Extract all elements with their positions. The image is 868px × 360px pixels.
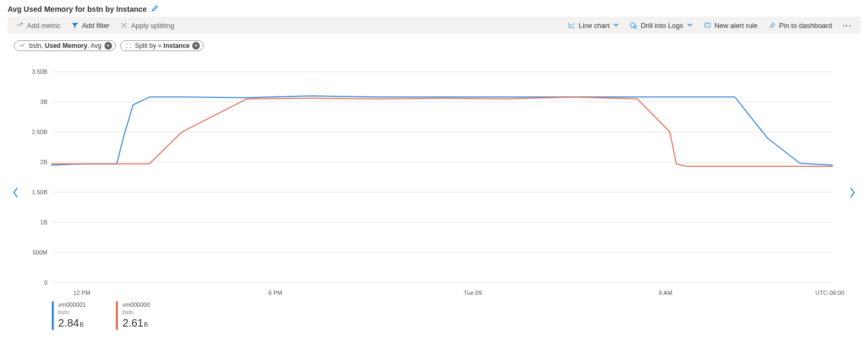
legend-item[interactable]: vm000001bstn2.84B (52, 301, 86, 330)
next-button[interactable] (844, 187, 860, 199)
y-tick-label: 3.50B (32, 68, 47, 75)
legend-value: 2.84B (58, 316, 86, 330)
prev-button[interactable] (8, 187, 24, 199)
more-icon: ··· (843, 22, 852, 30)
y-tick-label: 500M (32, 249, 47, 256)
add-filter-label: Add filter (82, 22, 109, 30)
split-icon (120, 22, 128, 29)
chevron-down-icon (613, 22, 619, 30)
y-tick-label: 2.50B (32, 129, 47, 135)
new-alert-label: New alert rule (715, 22, 758, 30)
chip-text-bold: Used Memory (45, 42, 87, 50)
pin-icon (768, 22, 776, 29)
filter-chips: bstn, Used Memory, Avg ✕ Split by = Inst… (14, 40, 860, 51)
legend-color-bar (52, 301, 54, 330)
chart-header: Avg Used Memory for bstn by Instance (8, 4, 860, 13)
svg-point-0 (122, 23, 123, 24)
y-tick-label: 1.50B (32, 189, 47, 195)
line-chart-icon (568, 22, 576, 29)
chart-area: 0500M1B1.50B2B2.50B3B3.50B UTC-08:00 12 … (24, 55, 844, 330)
svg-point-1 (125, 23, 127, 24)
svg-point-8 (130, 44, 131, 45)
svg-point-7 (126, 44, 127, 45)
x-tick-label: Tue 09 (464, 290, 482, 296)
split-icon (125, 42, 132, 50)
logs-icon (630, 22, 638, 29)
legend: vm000001bstn2.84Bvm000000bstn2.61B (52, 301, 844, 330)
svg-rect-4 (631, 23, 635, 28)
filter-icon (71, 22, 79, 29)
legend-value: 2.61B (122, 316, 150, 330)
x-axis: UTC-08:00 12 PM6 PMTue 096 AM (52, 290, 844, 297)
chevron-down-icon (687, 22, 693, 30)
edit-icon[interactable] (151, 4, 159, 13)
svg-point-9 (126, 47, 127, 48)
svg-point-2 (122, 27, 123, 28)
metric-icon (16, 22, 24, 29)
metric-icon (19, 42, 26, 50)
svg-point-3 (125, 27, 127, 28)
add-metric-button[interactable]: Add metric (11, 17, 66, 34)
x-tick-label: 12 PM (73, 290, 90, 296)
y-tick-label: 2B (40, 159, 47, 165)
line-chart-label: Line chart (579, 22, 610, 30)
legend-source: bstn (122, 309, 150, 316)
new-alert-button[interactable]: New alert rule (698, 17, 763, 34)
legend-color-bar (116, 301, 118, 330)
legend-series-name: vm000001 (58, 301, 86, 309)
pin-dashboard-label: Pin to dashboard (779, 22, 832, 30)
legend-source: bstn (58, 309, 86, 316)
chip-text: Split by = (135, 42, 164, 50)
alert-icon (704, 22, 711, 29)
x-tick-label: 6 AM (659, 290, 673, 296)
chip-text: bstn, (29, 42, 45, 50)
line-chart-button[interactable]: Line chart (563, 17, 625, 34)
y-tick-label: 0 (44, 279, 47, 286)
timezone-label: UTC-08:00 (815, 290, 844, 296)
chart-toolbar: Add metric Add filter Apply splitting Li… (8, 17, 860, 34)
apply-splitting-button[interactable]: Apply splitting (115, 17, 179, 34)
series-vm000001 (52, 96, 832, 165)
split-chip[interactable]: Split by = Instance ✕ (120, 40, 204, 51)
more-button[interactable]: ··· (837, 17, 857, 34)
y-tick-label: 1B (40, 219, 47, 225)
page-title: Avg Used Memory for bstn by Instance (8, 5, 147, 13)
add-metric-label: Add metric (27, 22, 60, 30)
close-icon[interactable]: ✕ (192, 42, 200, 50)
apply-splitting-label: Apply splitting (131, 22, 174, 30)
drill-logs-label: Drill into Logs (641, 22, 683, 30)
chip-text-bold: Instance (164, 42, 190, 50)
legend-series-name: vm000000 (122, 301, 150, 309)
close-icon[interactable]: ✕ (104, 42, 112, 50)
pin-dashboard-button[interactable]: Pin to dashboard (763, 17, 837, 34)
legend-item[interactable]: vm000000bstn2.61B (116, 301, 150, 330)
chip-text: , Avg (87, 42, 101, 50)
metric-chip[interactable]: bstn, Used Memory, Avg ✕ (14, 40, 116, 51)
y-tick-label: 3B (40, 98, 47, 105)
line-chart[interactable]: 0500M1B1.50B2B2.50B3B3.50B (24, 55, 834, 287)
drill-logs-button[interactable]: Drill into Logs (625, 17, 698, 34)
svg-point-10 (130, 47, 131, 48)
series-vm000000 (52, 97, 832, 166)
add-filter-button[interactable]: Add filter (66, 17, 115, 34)
x-tick-label: 6 PM (269, 290, 283, 296)
